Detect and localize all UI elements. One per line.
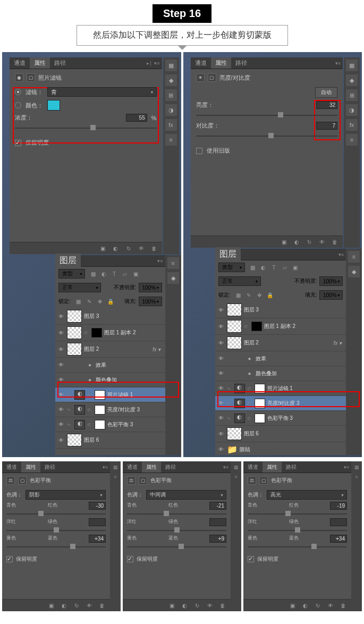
lock-trans-icon[interactable]: ▦ [75, 298, 82, 305]
tool-icon[interactable]: ◑ [165, 104, 177, 116]
filter-type-icon[interactable]: T [111, 270, 118, 277]
filter-icon[interactable]: ▩ [249, 264, 257, 271]
tab-channel[interactable]: 通道 [10, 57, 30, 69]
tool-icon[interactable]: ▦ [354, 465, 359, 470]
clip-icon[interactable]: ▣ [289, 602, 296, 609]
layer-row[interactable]: 👁⤷◐⊂亮度/对比度 3 [55, 402, 165, 417]
filter-radio[interactable] [15, 89, 21, 95]
tab-channel[interactable]: 通道 [243, 462, 263, 473]
fill-input[interactable]: 100% [139, 297, 162, 306]
preserve-lum-checkbox[interactable] [127, 556, 133, 562]
layer-row[interactable]: 👁📁眼睛 [215, 442, 346, 455]
lock-paint-icon[interactable]: ✎ [86, 298, 93, 305]
trash-icon[interactable]: 🗑 [331, 238, 338, 246]
mask-thumb[interactable] [95, 405, 105, 415]
tab-properties[interactable]: 属性 [142, 462, 161, 473]
tab-path[interactable]: 路径 [50, 57, 70, 69]
tool-icon[interactable]: ≡ [165, 134, 177, 146]
lock-icon[interactable]: ✥ [256, 291, 263, 299]
visibility-icon[interactable]: 👁 [57, 314, 65, 319]
layer-row[interactable]: 👁⊂图层 1 副本 2 [55, 325, 165, 341]
visibility-icon[interactable]: 👁 [57, 362, 65, 368]
visibility-icon[interactable]: 👁 [217, 307, 225, 313]
layer-row[interactable]: 👁⊂图层 1 副本 2 [215, 318, 346, 335]
tab-path[interactable]: 路径 [40, 462, 60, 473]
tool-icon[interactable]: ◆ [348, 266, 360, 277]
tool-icon[interactable]: ≡ [234, 474, 237, 479]
clip-icon[interactable]: ▣ [47, 602, 55, 609]
mask-thumb[interactable] [95, 420, 105, 429]
tab-properties[interactable]: 属性 [21, 462, 40, 473]
layer-thumb[interactable] [227, 303, 242, 316]
mask-thumb[interactable] [255, 414, 265, 423]
tool-icon[interactable]: ▦ [234, 465, 239, 470]
tab-properties[interactable]: 属性 [263, 462, 282, 473]
visibility-icon[interactable]: 👁 [318, 238, 326, 246]
visibility-icon[interactable]: 👁 [57, 407, 65, 412]
prev-icon[interactable]: ◐ [60, 602, 67, 609]
tool-icon[interactable]: ◆ [346, 74, 358, 86]
visibility-icon[interactable]: 👁 [217, 415, 225, 421]
visibility-icon[interactable]: 👁 [217, 431, 225, 437]
mask-thumb[interactable] [251, 322, 262, 331]
trash-icon[interactable]: 🗑 [340, 602, 347, 609]
tab-path[interactable]: 路径 [161, 462, 180, 473]
cb-slider[interactable] [6, 527, 106, 534]
tone-select[interactable]: 中间调 [146, 490, 226, 500]
cb-value-input[interactable] [330, 535, 347, 543]
layer-row[interactable]: 👁●效果 [55, 358, 165, 373]
lock-icon[interactable]: ▦ [234, 291, 242, 299]
layer-row[interactable]: 👁⤷◐⊂色彩平衡 3 [215, 411, 346, 426]
fx-badge[interactable]: fx ▾ [153, 347, 163, 352]
lock-icon[interactable]: ✎ [245, 291, 252, 299]
fx-badge[interactable]: fx ▾ [333, 340, 344, 346]
mask-icon[interactable]: ▢ [18, 476, 27, 485]
visibility-icon[interactable]: 👁 [57, 330, 65, 336]
visibility-icon[interactable]: 👁 [57, 347, 65, 352]
tab-layers[interactable]: 图层 [55, 254, 81, 268]
layer-thumb[interactable] [67, 310, 82, 323]
visibility-icon[interactable]: 👁 [217, 446, 225, 452]
tool-icon[interactable]: ◑ [346, 104, 358, 116]
opacity-input[interactable]: 100% [319, 276, 343, 286]
tool-icon[interactable]: ▦ [165, 60, 177, 71]
layer-thumb[interactable] [227, 320, 242, 333]
layer-thumb[interactable] [227, 336, 242, 349]
visibility-icon[interactable]: 👁 [217, 324, 225, 330]
filter-kind-select[interactable]: 类型 [218, 263, 245, 272]
layer-row[interactable]: 👁●效果 [215, 351, 346, 366]
layer-row[interactable]: 👁●颜色叠加 [215, 366, 346, 381]
panel-collapse-icon[interactable]: ▸∣ [147, 61, 152, 66]
reset-icon[interactable]: ↻ [125, 244, 132, 252]
lock-all-icon[interactable]: 🔒 [107, 298, 114, 305]
density-slider[interactable] [15, 125, 157, 131]
tool-icon[interactable]: ⊞ [346, 89, 358, 101]
layer-row[interactable]: 👁图层 3 [55, 308, 165, 325]
clip-icon[interactable]: ▣ [280, 238, 287, 246]
tab-path[interactable]: 路径 [231, 57, 251, 69]
layer-thumb[interactable] [227, 427, 242, 440]
tool-icon[interactable]: ◆ [167, 272, 179, 284]
tab-channel[interactable]: 通道 [191, 57, 211, 69]
tool-icon[interactable]: ▦ [346, 60, 358, 71]
prev-state-icon[interactable]: ◐ [293, 238, 300, 246]
eye-icon[interactable]: 👁 [327, 602, 334, 609]
clip-icon[interactable]: ▣ [168, 602, 175, 609]
filter-icon[interactable]: ▣ [292, 264, 299, 271]
tool-icon[interactable]: ⊞ [165, 89, 177, 101]
tool-icon[interactable]: ◆ [165, 74, 177, 86]
lock-icon[interactable]: 🔒 [266, 291, 274, 299]
layer-row[interactable]: 👁图层 2fx ▾ [55, 341, 165, 358]
cb-value-input[interactable] [330, 518, 347, 526]
cb-slider[interactable] [248, 511, 347, 517]
visibility-icon[interactable]: 👁 [217, 340, 225, 346]
tool-icon[interactable]: ▦ [113, 465, 118, 470]
cb-slider[interactable] [248, 527, 347, 534]
tab-properties[interactable]: 属性 [30, 57, 50, 69]
tab-channel[interactable]: 通道 [123, 462, 142, 473]
tab-channel[interactable]: 通道 [2, 462, 21, 473]
eye-icon[interactable]: 👁 [86, 602, 93, 609]
cb-slider[interactable] [127, 527, 226, 534]
prev-state-icon[interactable]: ◐ [112, 244, 120, 252]
color-radio[interactable] [15, 102, 21, 108]
